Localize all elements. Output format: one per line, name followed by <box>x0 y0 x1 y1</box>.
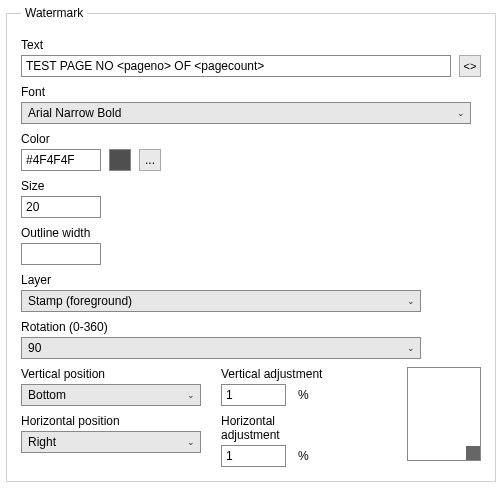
size-input[interactable] <box>21 196 101 218</box>
font-label: Font <box>21 85 481 99</box>
color-label: Color <box>21 132 481 146</box>
vpos-combo[interactable]: Bottom ⌄ <box>21 384 201 406</box>
font-value: Arial Narrow Bold <box>22 103 452 123</box>
outline-label: Outline width <box>21 226 481 240</box>
vpos-label: Vertical position <box>21 367 211 381</box>
preview-marker <box>466 446 480 460</box>
rotation-label: Rotation (0-360) <box>21 320 481 334</box>
hpos-combo[interactable]: Right ⌄ <box>21 431 201 453</box>
text-input[interactable] <box>21 55 451 77</box>
layer-value: Stamp (foreground) <box>22 291 402 311</box>
chevron-down-icon: ⌄ <box>182 432 200 452</box>
outline-input[interactable] <box>21 243 101 265</box>
hpos-label: Horizontal position <box>21 414 211 428</box>
size-label: Size <box>21 179 481 193</box>
watermark-group: Watermark Text <> Font Arial Narrow Bold… <box>6 6 496 482</box>
group-title: Watermark <box>21 6 87 20</box>
vpos-value: Bottom <box>22 385 182 405</box>
chevron-down-icon: ⌄ <box>182 385 200 405</box>
chevron-down-icon: ⌄ <box>402 338 420 358</box>
hpos-value: Right <box>22 432 182 452</box>
vadj-input[interactable] <box>221 384 286 406</box>
rotation-value: 90 <box>22 338 402 358</box>
chevron-down-icon: ⌄ <box>402 291 420 311</box>
layer-combo[interactable]: Stamp (foreground) ⌄ <box>21 290 421 312</box>
rotation-combo[interactable]: 90 ⌄ <box>21 337 421 359</box>
vadj-unit: % <box>298 388 309 402</box>
vadj-label: Vertical adjustment <box>221 367 331 381</box>
color-swatch[interactable] <box>109 149 131 171</box>
position-preview <box>407 367 481 461</box>
layer-label: Layer <box>21 273 481 287</box>
insert-tag-button[interactable]: <> <box>459 55 481 77</box>
chevron-down-icon: ⌄ <box>452 103 470 123</box>
color-input[interactable] <box>21 149 101 171</box>
hadj-unit: % <box>298 449 309 463</box>
font-combo[interactable]: Arial Narrow Bold ⌄ <box>21 102 471 124</box>
hadj-label: Horizontal adjustment <box>221 414 331 442</box>
text-label: Text <box>21 38 481 52</box>
hadj-input[interactable] <box>221 445 286 467</box>
color-picker-button[interactable]: ... <box>139 149 161 171</box>
